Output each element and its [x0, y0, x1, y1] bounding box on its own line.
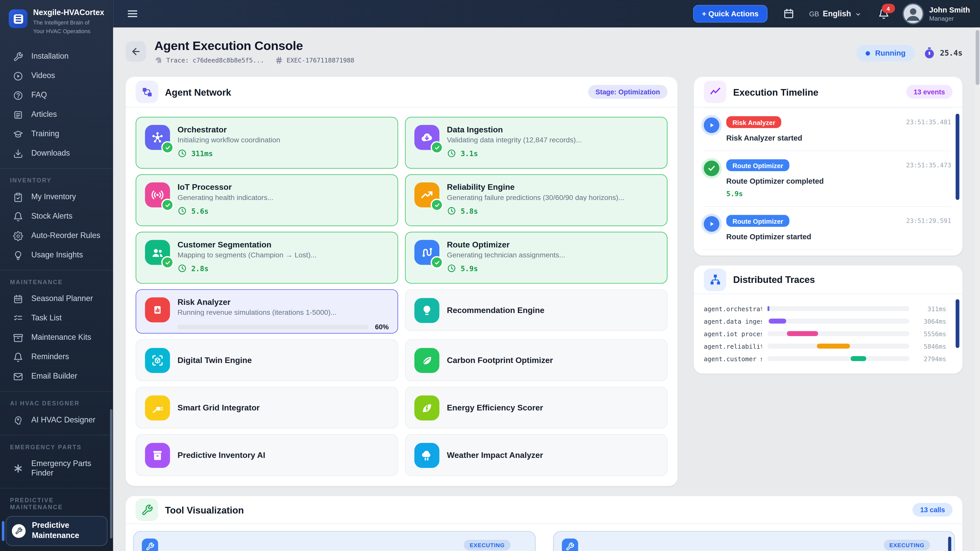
progress-percent: 60%: [375, 323, 389, 330]
user-role: Manager: [929, 15, 970, 22]
sidebar-item-training[interactable]: Training: [0, 124, 113, 144]
brand-title: Nexgile-HVACortex: [33, 8, 104, 17]
sidebar-item-emergency-parts-finder[interactable]: Emergency Parts Finder: [0, 454, 113, 483]
agent-card-recommendation-engine[interactable]: Recommendation Engine: [405, 289, 668, 331]
sidebar-item-auto-reorder-rules[interactable]: Auto-Reorder Rules: [0, 226, 113, 246]
hamburger-menu-icon[interactable]: [127, 8, 138, 19]
timeline-event: Route Optimizer 23:51:35.473 Route Optim…: [704, 151, 951, 206]
agent-card-data-ingestion[interactable]: Data Ingestion Validating data integrity…: [405, 117, 668, 168]
agent-card-predictive-inventory-ai[interactable]: Predictive Inventory AI: [135, 434, 398, 476]
tool-visualization-panel: Tool Visualization 13 calls EXECUTING EX…: [126, 496, 963, 551]
sidebar-nav: Installation Videos FAQ Articles Trainin…: [0, 43, 113, 546]
trace-label: agent.data_inges…: [704, 318, 762, 324]
tool-card[interactable]: EXECUTING: [553, 531, 955, 551]
clock-icon: [178, 264, 187, 273]
sidebar-item-icon: [13, 90, 23, 100]
sidebar-section-predictive-maintenance: PREDICTIVE MAINTENANCE: [0, 488, 113, 514]
trace-row: agent.data_inges… 3064ms: [704, 315, 953, 327]
sidebar-item-task-list[interactable]: Task List: [0, 309, 113, 328]
back-button[interactable]: [126, 41, 146, 62]
sidebar-item-icon: [13, 415, 23, 425]
agent-name: Smart Grid Integrator: [178, 403, 389, 413]
sidebar-item-installation[interactable]: Installation: [0, 47, 113, 66]
agent-name: Risk Analyzer: [178, 297, 389, 307]
check-badge-icon: [161, 256, 174, 268]
agent-card-energy-efficiency-scorer[interactable]: Energy Efficiency Scorer: [405, 387, 668, 429]
check-badge-icon: [431, 141, 443, 154]
sidebar-item-maintenance-kits[interactable]: Maintenance Kits: [0, 328, 113, 348]
timeline-title: Execution Timeline: [733, 86, 818, 97]
sidebar-item-email-builder[interactable]: Email Builder: [0, 367, 113, 386]
sidebar-item-label: Articles: [31, 110, 57, 119]
agent-status-text: Initializing workflow coordination: [178, 136, 389, 144]
sidebar-item-articles[interactable]: Articles: [0, 105, 113, 124]
sidebar-item-icon: [13, 129, 23, 139]
agent-icon: [145, 125, 170, 150]
elapsed-timer: 25.4s: [923, 47, 963, 59]
tool-card-scrollbar[interactable]: [948, 537, 951, 551]
agent-icon: [414, 443, 439, 468]
sidebar-item-ai-hvac-designer[interactable]: AI HVAC Designer: [0, 410, 113, 430]
sidebar-scrollbar[interactable]: [110, 409, 113, 538]
traces-scrollbar[interactable]: [956, 299, 959, 348]
agent-card-route-optimizer[interactable]: Route Optimizer Generating technician as…: [405, 232, 668, 284]
event-agent-tag: Route Optimizer: [726, 159, 790, 171]
agent-network-panel: Agent Network Stage: Optimization Orches…: [126, 77, 677, 486]
brand-logo-icon: [9, 10, 27, 28]
sidebar-item-my-inventory[interactable]: My Inventory: [0, 187, 113, 207]
tool-card[interactable]: EXECUTING: [133, 531, 535, 551]
agent-name: IoT Processor: [178, 183, 389, 192]
event-timestamp: 23:51:35.473: [906, 162, 951, 168]
agent-card-weather-impact-analyzer[interactable]: Weather Impact Analyzer: [405, 434, 668, 476]
agent-name: Data Ingestion: [447, 125, 658, 135]
agent-card-carbon-footprint-optimizer[interactable]: Carbon Footprint Optimizer: [405, 339, 668, 381]
agent-card-orchestrator[interactable]: Orchestrator Initializing workflow coord…: [135, 117, 398, 168]
language-selector[interactable]: GB English: [809, 10, 861, 18]
agent-card-digital-twin-engine[interactable]: Digital Twin Engine: [135, 339, 398, 381]
agent-icon: [414, 125, 439, 150]
quick-actions-button[interactable]: + Quick Actions: [693, 5, 767, 23]
sidebar-item-reminders[interactable]: Reminders: [0, 348, 113, 367]
sidebar-item-icon: [13, 211, 23, 221]
event-status-icon: [704, 118, 719, 133]
status-dot: [865, 51, 870, 56]
sidebar-item-predictive-maintenance[interactable]: Predictive Maintenance: [6, 516, 107, 546]
right-column: Execution Timeline 13 events Risk Analyz…: [694, 77, 963, 486]
event-agent-tag: Route Optimizer: [726, 215, 790, 227]
page-scrollbar[interactable]: [975, 27, 980, 551]
agent-card-smart-grid-integrator[interactable]: Smart Grid Integrator: [135, 387, 398, 429]
agent-card-iot-processor[interactable]: IoT Processor Generating health indicato…: [135, 174, 398, 226]
user-name: John Smith: [929, 6, 970, 15]
sidebar-item-downloads[interactable]: Downloads: [0, 144, 113, 163]
event-duration: 5.9s: [726, 190, 951, 198]
trace-bar: [851, 356, 866, 361]
trace-duration: 3064ms: [915, 318, 946, 324]
agent-card-customer-segmentation[interactable]: Customer Segmentation Mapping to segment…: [135, 232, 398, 284]
execution-id: EXEC-1767118871988: [275, 56, 354, 64]
check-badge-icon: [161, 199, 174, 211]
sidebar-item-seasonal-planner[interactable]: Seasonal Planner: [0, 289, 113, 309]
agent-card-risk-analyzer[interactable]: Risk Analyzer Running revenue simulation…: [135, 289, 398, 333]
sidebar-item-label: Emergency Parts Finder: [31, 459, 105, 478]
event-timestamp: 23:51:29.591: [906, 218, 951, 224]
sidebar-item-stock-alerts[interactable]: Stock Alerts: [0, 207, 113, 226]
sidebar-item-videos[interactable]: Videos: [0, 66, 113, 86]
tool-visualization-title: Tool Visualization: [165, 505, 244, 515]
sidebar-item-label: Videos: [31, 71, 55, 81]
calendar-icon[interactable]: [783, 8, 794, 19]
page-scrollbar-thumb[interactable]: [976, 30, 980, 85]
progress-track: [178, 324, 369, 329]
sidebar-item-usage-insights[interactable]: Usage Insights: [0, 245, 113, 265]
trace-bar: [767, 306, 770, 311]
agent-icon: [414, 298, 439, 323]
timeline-scrollbar[interactable]: [956, 114, 959, 200]
user-menu[interactable]: John Smith Manager: [902, 3, 970, 24]
status-badge: Running: [856, 45, 915, 61]
tool-visualization-icon: [135, 499, 158, 521]
event-timestamp: 23:51:35.481: [906, 119, 951, 125]
sidebar-item-label: Predictive Maintenance: [32, 521, 101, 541]
agent-name: Recommendation Engine: [447, 306, 658, 315]
sidebar-item-faq[interactable]: FAQ: [0, 86, 113, 105]
agent-card-reliability-engine[interactable]: Reliability Engine Generating failure pr…: [405, 174, 668, 226]
notifications-bell-icon[interactable]: 4: [878, 8, 889, 19]
